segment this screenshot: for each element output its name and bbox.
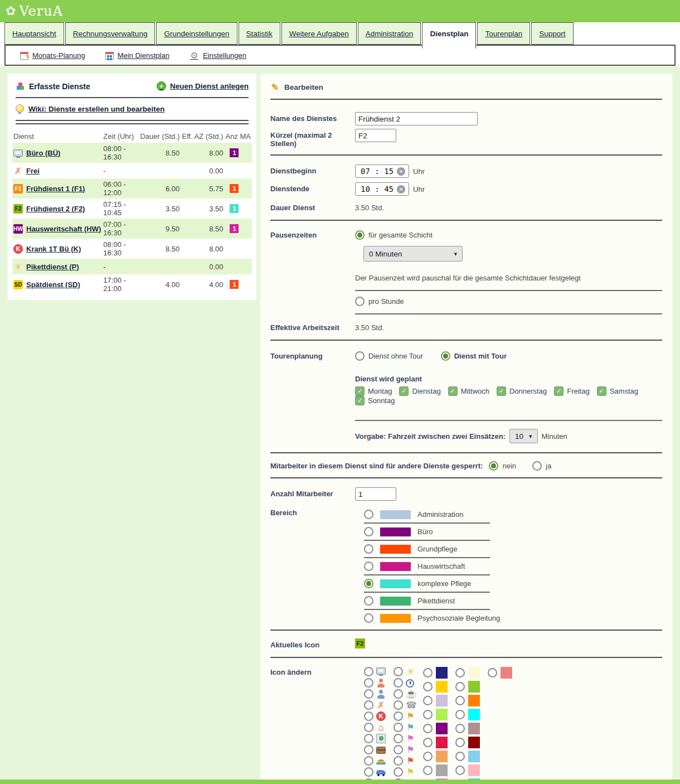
radio-bereich-pikettdienst[interactable] <box>364 596 373 606</box>
radio-color-swatch[interactable] <box>455 682 465 691</box>
radio-color-swatch[interactable] <box>455 724 465 733</box>
radio-bereich-psychosoziale-begleitung[interactable] <box>364 613 373 623</box>
radio-house-icon[interactable] <box>364 723 373 732</box>
radio-pro-stunde[interactable] <box>355 297 365 306</box>
subnav-link-monats-planung[interactable]: Monats-Planung <box>20 51 85 60</box>
current-icon-badge: F2 <box>355 638 365 649</box>
radio-bereich-büro[interactable] <box>364 527 373 536</box>
color-swatch <box>436 681 448 693</box>
radio-color-swatch[interactable] <box>423 752 433 761</box>
radio-computer-icon[interactable] <box>364 667 373 676</box>
radio-color-swatch[interactable] <box>423 738 433 747</box>
clear-time-icon[interactable]: ✕ <box>397 185 405 193</box>
radio-cross-icon[interactable] <box>364 700 373 710</box>
subnav-link-mein-dienstplan[interactable]: Mein Dienstplan <box>105 51 169 60</box>
radio-color-swatch[interactable] <box>423 710 433 719</box>
radio-bereich-komplexe-pflege[interactable] <box>364 579 373 588</box>
radio-color-swatch[interactable] <box>423 668 433 677</box>
checkbox-mittwoch[interactable]: ✓ <box>448 386 458 396</box>
weekday-freitag: ✓Freitag <box>554 386 589 396</box>
checkbox-donnerstag[interactable]: ✓ <box>497 386 506 396</box>
radio-flag-red-icon[interactable] <box>394 756 403 766</box>
radio-color-swatch[interactable] <box>455 668 465 677</box>
radio-car-icon[interactable] <box>364 767 373 777</box>
radio-schicht[interactable] <box>355 230 365 240</box>
radio-mit-tour[interactable] <box>441 351 450 361</box>
col-header-zeit-uhr-: Zeit (Uhr) <box>102 130 139 143</box>
radio-flag-yellow-icon[interactable] <box>394 767 403 777</box>
radio-color-swatch[interactable] <box>423 766 433 775</box>
checkbox-sonntag[interactable]: ✓ <box>355 396 365 405</box>
radio-person-clock-blue-icon[interactable] <box>364 689 373 699</box>
pausen-select[interactable]: 0 Minuten ▾ <box>363 246 463 262</box>
dienst-link-pikettdienst-p-[interactable]: Pikettdienst (P) <box>26 263 79 271</box>
tab-hauptansicht[interactable]: Hauptansicht <box>4 22 64 45</box>
subnav-link-einstellungen[interactable]: ⚙Einstellungen <box>190 51 246 60</box>
tab-support[interactable]: Support <box>531 22 573 45</box>
radio-flag-blue-icon[interactable] <box>394 723 403 732</box>
dienstbeginn-input[interactable]: 07 : 15 ✕ <box>355 164 409 178</box>
dienst-link-hausweritschaft-hw-[interactable]: Hausweritschaft (HW) <box>26 225 101 233</box>
radio-color-swatch[interactable] <box>423 724 433 733</box>
checkbox-dienstag[interactable]: ✓ <box>399 386 409 396</box>
radio-flag-pink-icon[interactable] <box>394 734 403 743</box>
tab-dienstplan[interactable]: Dienstplan <box>422 22 476 49</box>
divider <box>16 120 249 124</box>
radio-bereich-hauswirtschaft[interactable] <box>364 562 373 571</box>
radio-alarm-clock-icon[interactable] <box>394 678 403 688</box>
fahrzeit-label: Vorgabe: Fahrzeit zwischen zwei Einsätze… <box>355 432 506 441</box>
fahrzeit-select[interactable]: 10 ▾ <box>509 429 538 443</box>
tab-statistik[interactable]: Statistik <box>239 22 280 45</box>
tab-grundeinstellungen[interactable]: Grundeinstellungen <box>156 22 237 45</box>
radio-phone-icon[interactable] <box>394 700 403 710</box>
dienst-link-frei[interactable]: Frei <box>26 167 40 175</box>
dienst-link-frühdienst-1-f1-[interactable]: Frühdienst 1 (F1) <box>26 185 85 193</box>
radio-color-swatch[interactable] <box>455 738 465 747</box>
radio-color-swatch[interactable] <box>455 696 465 705</box>
dienst-link-spätdienst-sd-[interactable]: Spätdienst (SD) <box>26 280 80 289</box>
radio-color-swatch[interactable] <box>455 766 465 775</box>
tab-administration[interactable]: Administration <box>358 22 421 45</box>
new-dienst-link[interactable]: + Neuen Dienst anlegen <box>157 81 249 91</box>
radio-asterisk-icon[interactable] <box>394 667 403 676</box>
radio-color-swatch[interactable] <box>423 682 433 691</box>
tab-tourenplan[interactable]: Tourenplan <box>477 22 530 45</box>
weekday-checkboxes: ✓Montag✓Dienstag✓Mittwoch✓Donnerstag✓Fre… <box>355 386 662 405</box>
dienst-eff-cell: 8.00 <box>181 239 224 259</box>
clear-time-icon[interactable]: ✕ <box>397 167 405 176</box>
radio-flag-orange-icon[interactable] <box>394 712 403 721</box>
radio-gesperrt-ja[interactable] <box>532 461 542 471</box>
checkbox-samstag[interactable]: ✓ <box>597 386 606 396</box>
radio-color-swatch[interactable] <box>455 710 465 719</box>
checkbox-montag[interactable]: ✓ <box>355 386 365 396</box>
footer-bar <box>0 780 680 784</box>
radio-picture-icon[interactable] <box>364 734 373 743</box>
radio-bereich-grundpflege[interactable] <box>364 544 373 554</box>
color-swatch <box>436 709 448 720</box>
radio-coffee-icon[interactable] <box>394 689 403 699</box>
radio-gesperrt-nein[interactable] <box>489 461 498 471</box>
anzahl-input[interactable] <box>355 487 396 501</box>
tab-weitere-aufgaben[interactable]: Weitere Aufgaben <box>281 22 357 45</box>
radio-ohne-tour[interactable] <box>355 351 365 361</box>
dienst-zeit-cell: 17:00 - 21:00 <box>102 274 139 294</box>
radio-bereich-administration[interactable] <box>364 510 373 519</box>
radio-rainbow-icon[interactable] <box>364 756 373 766</box>
dienst-link-büro-bü-[interactable]: Büro (BÜ) <box>26 149 60 157</box>
tab-rechnungsverwaltung[interactable]: Rechnungsverwaltung <box>65 22 156 45</box>
col-header-dienst: Dienst <box>12 130 102 143</box>
dienstende-input[interactable]: 10 : 45 ✕ <box>355 182 409 196</box>
checkbox-freitag[interactable]: ✓ <box>554 386 564 396</box>
wiki-link[interactable]: Wiki: Dienste erstellen und bearbeiten <box>28 105 164 113</box>
radio-krank-icon[interactable] <box>364 712 373 721</box>
radio-chest-icon[interactable] <box>364 745 373 754</box>
dienst-link-frühdienst-2-f2-[interactable]: Frühdienst 2 (F2) <box>26 205 85 213</box>
radio-flag-purple-icon[interactable] <box>394 745 403 754</box>
dienst-link-krank-1t-bü-k-[interactable]: Krank 1T Bü (K) <box>26 245 81 253</box>
radio-person-clock-orange-icon[interactable] <box>364 678 373 688</box>
radio-color-swatch[interactable] <box>488 668 497 677</box>
kuerzel-input[interactable] <box>355 129 396 142</box>
radio-color-swatch[interactable] <box>455 752 465 761</box>
name-input[interactable] <box>355 112 478 125</box>
radio-color-swatch[interactable] <box>423 696 433 705</box>
